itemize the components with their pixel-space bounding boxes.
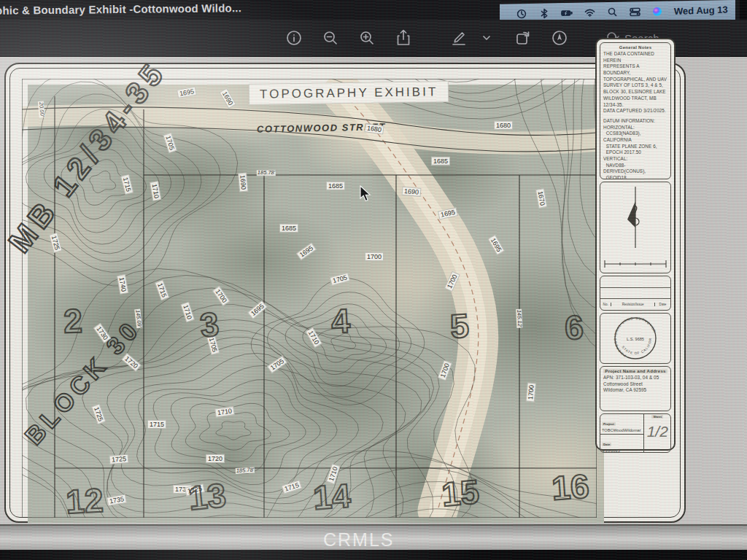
revision-row [600,276,670,288]
window-bottom-strip: CRMLS [0,524,747,550]
share-button[interactable] [394,28,413,47]
north-arrow-box [600,182,671,273]
project-address-box: Project Name and Address APN: 371-103-03… [600,366,671,411]
screen-corner-bezel [740,0,747,20]
date-field-value: 3/26/2025 [602,448,642,453]
sheet-number-value: 1/2 [647,423,668,440]
markup-options-chevron-icon[interactable] [477,28,496,47]
timer-icon[interactable] [516,7,527,19]
revision-date-header: Date [655,303,670,306]
sheet-fields-box: Project TOBCWoodWildomar Date 3/26/2025 … [600,413,671,453]
screen-bottom-bezel [0,550,747,560]
project-field-value: TOBCWoodWildomar [602,428,642,433]
general-notes-header: General Notes [603,45,667,50]
annotate-compass-button[interactable] [550,28,569,47]
revision-issue-header: Revision/Issue [611,303,655,306]
project-address-header: Project Name and Address [603,369,667,373]
battery-icon[interactable] [561,7,573,18]
general-notes-text: THE DATA CONTAINED HEREIN REPRESENTS A B… [603,51,667,114]
revision-table-header: No. Revision/Issue Date [600,299,670,310]
scale-bar [602,258,669,270]
north-arrow [606,185,665,249]
markup-pencil-button[interactable] [449,28,468,47]
project-field-label: Project [602,422,616,426]
svg-text:L.S. 9685: L.S. 9685 [627,337,644,341]
revision-table: No. Revision/Issue Date [600,276,671,311]
window-titlebar: phic & Boundary Exhibit -Cottonwood Wild… [0,0,747,20]
revision-row [600,288,670,300]
bluetooth-icon[interactable] [538,7,550,19]
info-button[interactable] [285,28,303,47]
rotate-button[interactable] [514,28,533,47]
crmls-watermark: CRMLS [323,529,395,551]
photographed-screen: phic & Boundary Exhibit -Cottonwood Wild… [0,0,747,560]
project-address-text: APN: 371-103-03, 04 & 05 Cottonwood Stre… [603,375,667,394]
zoom-in-button[interactable] [357,28,376,47]
sheet-inner-border [9,68,681,518]
control-center-icon[interactable] [629,6,640,18]
project-field: Project TOBCWoodWildomar [600,414,643,435]
date-field: Date 3/26/2025 [600,435,643,453]
aerial-terrain-image [28,85,604,523]
sheet-field-label: Sheet [651,415,663,419]
title-block: General Notes THE DATA CONTAINED HEREIN … [595,38,676,451]
date-field-label: Date [602,443,611,446]
siri-icon[interactable] [651,5,663,17]
window-title: phic & Boundary Exhibit -Cottonwood Wild… [0,1,241,17]
datum-information-text: DATUM INFORMATION: HORIZONTAL: CCS83(NAD… [603,118,667,179]
general-notes-box: General Notes THE DATA CONTAINED HEREIN … [600,42,671,179]
wifi-icon[interactable] [584,7,595,18]
surveyor-seal-box: PROFESSIONAL LAND SURVEYOR STATE OF CALI… [600,313,671,364]
zoom-out-button[interactable] [321,28,340,47]
survey-sheet [4,63,686,523]
menubar-clock[interactable]: Wed Aug 13 [674,4,728,18]
surveyor-seal: PROFESSIONAL LAND SURVEYOR STATE OF CALI… [612,315,659,362]
mouse-cursor [359,185,374,203]
revision-no-header: No. [600,303,611,306]
sheet-number-field: Sheet 1/2 [644,414,670,452]
spotlight-search-icon[interactable] [606,6,618,18]
